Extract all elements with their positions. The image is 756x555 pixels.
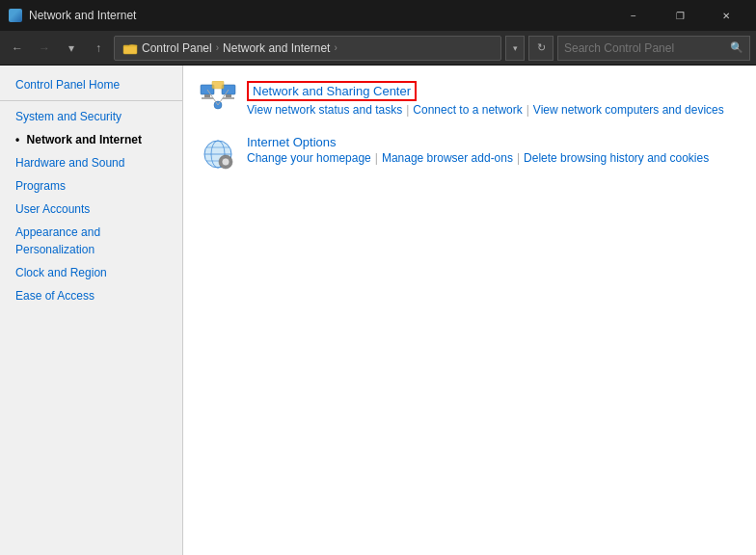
delete-history-link[interactable]: Delete browsing history and cookies <box>524 151 709 165</box>
minimize-button[interactable]: − <box>611 0 656 31</box>
view-network-status-link[interactable]: View network status and tasks <box>247 103 402 117</box>
folder-icon <box>122 40 138 56</box>
search-box[interactable]: 🔍 <box>557 36 750 61</box>
dropdown-button[interactable]: ▾ <box>60 37 83 60</box>
internet-options-section: Internet Options Change your homepage | … <box>199 135 741 173</box>
svg-rect-5 <box>226 94 231 97</box>
title-bar: Network and Internet − ❐ ✕ <box>0 0 756 31</box>
sidebar-item-hardware-sound[interactable]: Hardware and Sound <box>0 151 182 174</box>
close-button[interactable]: ✕ <box>704 0 748 31</box>
svg-rect-2 <box>204 94 210 97</box>
network-sharing-center-title[interactable]: Network and Sharing Center <box>247 81 417 101</box>
sidebar-item-network-internet[interactable]: Network and Internet <box>0 128 182 151</box>
internet-options-title[interactable]: Internet Options <box>247 135 337 149</box>
window-controls: − ❐ ✕ <box>611 0 748 31</box>
up-button[interactable]: ↑ <box>87 37 110 60</box>
network-sharing-icon <box>199 81 237 119</box>
refresh-button[interactable]: ↻ <box>528 36 554 61</box>
sidebar-item-clock-region[interactable]: Clock and Region <box>0 261 182 284</box>
back-button[interactable]: ← <box>6 37 29 60</box>
network-sharing-links-row: View network status and tasks | Connect … <box>247 103 741 117</box>
window-title: Network and Internet <box>29 9 611 22</box>
content-area: Network and Sharing Center View network … <box>183 66 756 555</box>
internet-options-links-row: Change your homepage | Manage browser ad… <box>247 151 741 165</box>
search-input[interactable] <box>564 41 726 55</box>
search-icon[interactable]: 🔍 <box>730 41 743 54</box>
svg-point-17 <box>222 158 230 166</box>
forward-button[interactable]: → <box>33 37 56 60</box>
address-path[interactable]: Control Panel › Network and Internet › <box>114 36 501 61</box>
internet-options-icon <box>199 135 237 173</box>
sidebar-item-control-panel-home[interactable]: Control Panel Home <box>0 73 182 96</box>
network-sharing-section: Network and Sharing Center View network … <box>199 81 741 119</box>
main-layout: Control Panel Home System and Security N… <box>0 66 756 555</box>
window-icon <box>8 8 23 23</box>
sidebar-item-appearance[interactable]: Appearance and Personalization <box>0 221 182 261</box>
svg-rect-10 <box>212 81 224 89</box>
internet-options-links: Internet Options Change your homepage | … <box>247 135 741 165</box>
network-sharing-links: Network and Sharing Center View network … <box>247 81 741 117</box>
sidebar-item-system-security[interactable]: System and Security <box>0 105 182 128</box>
sidebar-divider-1 <box>0 100 182 101</box>
sidebar-item-ease-of-access[interactable]: Ease of Access <box>0 284 182 307</box>
path-control-panel: Control Panel <box>142 41 212 55</box>
restore-button[interactable]: ❐ <box>658 0 702 31</box>
svg-rect-6 <box>223 97 234 99</box>
address-bar: ← → ▾ ↑ Control Panel › Network and Inte… <box>0 31 756 66</box>
path-dropdown-button[interactable]: ▾ <box>505 36 525 61</box>
sidebar-item-user-accounts[interactable]: User Accounts <box>0 198 182 221</box>
sidebar: Control Panel Home System and Security N… <box>0 66 183 555</box>
connect-to-network-link[interactable]: Connect to a network <box>413 103 522 117</box>
manage-addons-link[interactable]: Manage browser add-ons <box>382 151 513 165</box>
path-network: Network and Internet <box>223 41 330 55</box>
view-network-computers-link[interactable]: View network computers and devices <box>533 103 724 117</box>
change-homepage-link[interactable]: Change your homepage <box>247 151 371 165</box>
svg-rect-3 <box>202 97 213 99</box>
svg-rect-0 <box>123 45 137 54</box>
sidebar-item-programs[interactable]: Programs <box>0 174 182 198</box>
